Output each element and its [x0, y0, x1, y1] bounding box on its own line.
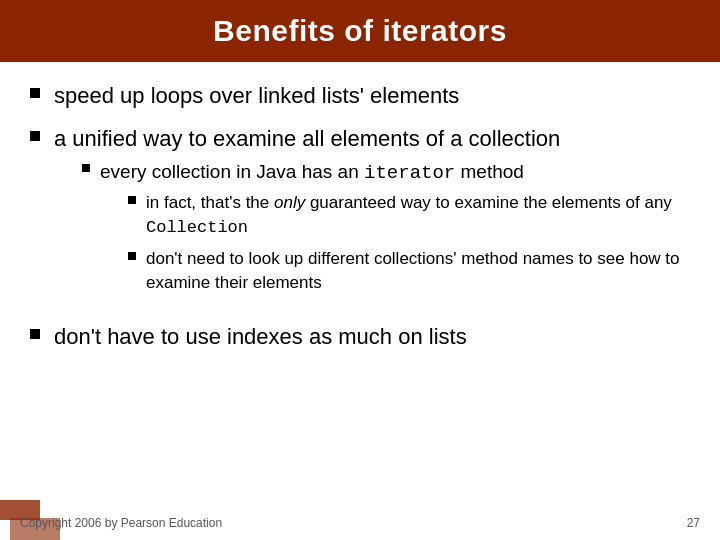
- bullet-item-1: speed up loops over linked lists' elemen…: [30, 82, 690, 111]
- sub-sub-bullet-icon-2: [128, 252, 136, 260]
- sub-sub-text-1: in fact, that's the only guaranteed way …: [146, 191, 690, 240]
- slide-title: Benefits of iterators: [213, 14, 507, 48]
- sub-text-1: every collection in Java has an iterator…: [100, 161, 524, 182]
- sub-sub-bullet-icon-1: [128, 196, 136, 204]
- page-number: 27: [687, 516, 700, 530]
- bullet-icon-1: [30, 88, 40, 98]
- sub-sub-text-2: don't need to look up different collecti…: [146, 247, 690, 295]
- sub-bullet-1: every collection in Java has an iterator…: [82, 159, 690, 303]
- sub-sub-list: in fact, that's the only guaranteed way …: [128, 191, 690, 295]
- sub-list-2: every collection in Java has an iterator…: [82, 159, 690, 303]
- bullet-text-2: a unified way to examine all elements of…: [54, 126, 560, 151]
- bullet-text-1: speed up loops over linked lists' elemen…: [54, 82, 459, 111]
- bullet-icon-2: [30, 131, 40, 141]
- bullet-2-content: a unified way to examine all elements of…: [54, 125, 690, 309]
- bullet-text-3: don't have to use indexes as much on lis…: [54, 323, 467, 352]
- slide-content: speed up loops over linked lists' elemen…: [0, 62, 720, 376]
- sub-bullet-1-content: every collection in Java has an iterator…: [100, 159, 690, 303]
- bullet-item-3: don't have to use indexes as much on lis…: [30, 323, 690, 352]
- sub-sub-bullet-2: don't need to look up different collecti…: [128, 247, 690, 295]
- slide-footer: Copyright 2006 by Pearson Education 27: [0, 516, 720, 530]
- bullet-icon-3: [30, 329, 40, 339]
- slide: Benefits of iterators speed up loops ove…: [0, 0, 720, 540]
- sub-sub-bullet-1: in fact, that's the only guaranteed way …: [128, 191, 690, 240]
- corner-decoration: [0, 490, 60, 540]
- bullet-item-2: a unified way to examine all elements of…: [30, 125, 690, 309]
- copyright-text: Copyright 2006 by Pearson Education: [20, 516, 222, 530]
- sub-bullet-icon-1: [82, 164, 90, 172]
- title-bar: Benefits of iterators: [0, 0, 720, 62]
